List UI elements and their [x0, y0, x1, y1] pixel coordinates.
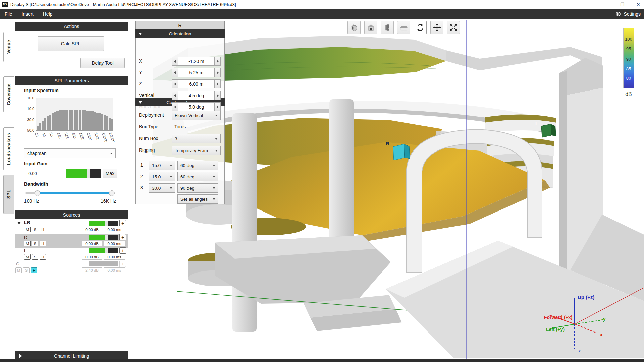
channel-limiting-label: Channel Limiting [54, 353, 89, 359]
splay-1-index: 1 [140, 162, 143, 168]
menu-file[interactable]: File [0, 9, 17, 19]
solo-button[interactable]: S [23, 267, 30, 273]
hide-button[interactable]: H [40, 241, 46, 246]
orient-x-value[interactable]: -1.20 m [178, 57, 214, 66]
legend-value: 85 [623, 66, 634, 71]
source-gain-field[interactable]: 0.00 dB [82, 227, 102, 232]
chevron-down-icon [213, 165, 215, 166]
solo-button[interactable]: S [32, 241, 38, 246]
add-channel-button[interactable]: + [119, 247, 126, 254]
view-front-button[interactable] [364, 21, 377, 34]
gain-value-input[interactable]: 0.00 [24, 169, 41, 178]
step-down-button[interactable] [172, 91, 178, 100]
orientation-body: X -1.20 m Y 5.25 m Z 6.00 m Vertical 4 [135, 38, 225, 98]
maximize-button[interactable]: ❐ [616, 0, 628, 9]
source-row-name[interactable]: LR [24, 220, 30, 225]
minimize-button[interactable]: – [599, 0, 610, 9]
splay-2-angle-dropdown[interactable]: 60 deg [177, 172, 218, 181]
orient-horizontal-value[interactable]: 5.0 deg [178, 102, 214, 111]
bandwidth-high-handle[interactable] [109, 190, 115, 196]
bandwidth-low-handle[interactable] [35, 190, 40, 196]
delay-tool-button[interactable]: Delay Tool [80, 58, 125, 68]
hide-button[interactable]: H [40, 254, 46, 260]
source-delay-field[interactable]: 0.00 ms [104, 254, 125, 260]
mute-button[interactable]: M [24, 241, 31, 246]
orient-z-value[interactable]: 6.00 m [178, 79, 214, 88]
display3-window: Up (+z) -z Forward (+x) -x Left (+y) -y … [0, 0, 644, 362]
axis-negz-label: -z [577, 348, 581, 353]
source-gain-field[interactable]: 0.00 dB [82, 254, 102, 260]
settings-button[interactable]: Settings [615, 9, 641, 19]
rigging-dropdown[interactable]: Temporary Fram... [172, 146, 221, 155]
view-side-button[interactable] [381, 21, 394, 34]
orient-y-value[interactable]: 5.25 m [178, 68, 214, 77]
source-row-name[interactable]: L [24, 248, 26, 253]
view-3d-button[interactable] [347, 21, 361, 34]
axis-negy-label: -y [601, 316, 606, 322]
orient-vertical-value[interactable]: 4.5 deg [178, 91, 214, 100]
step-down-button[interactable] [172, 57, 178, 66]
source-gain-field[interactable]: 2.40 dB [82, 267, 102, 273]
deployment-value: Flown Vertical [175, 113, 203, 118]
orient-z-label: Z [139, 81, 142, 86]
step-down-button[interactable] [172, 79, 178, 88]
set-all-angles-dropdown[interactable]: Set all angles [177, 194, 218, 204]
step-up-button[interactable] [214, 91, 221, 100]
add-channel-button[interactable]: + [119, 261, 126, 267]
zoom-extents-button[interactable] [447, 21, 460, 34]
hide-button[interactable]: H [40, 227, 46, 232]
num-box-dropdown[interactable]: 3 [172, 134, 221, 143]
orient-horizontal-stepper: 5.0 deg [172, 102, 221, 111]
pan-tool-button[interactable] [430, 21, 443, 34]
mute-button[interactable]: M [24, 227, 31, 232]
solo-button[interactable]: S [32, 254, 38, 260]
step-up-button[interactable] [214, 68, 221, 77]
splay-2-size-dropdown[interactable]: 15.0 [149, 172, 175, 181]
sidebar-tab-venue[interactable]: Venue [3, 32, 14, 62]
menu-help[interactable]: Help [38, 9, 57, 19]
splay-3-angle-dropdown[interactable]: 90 deg [177, 183, 218, 193]
gain-max-button[interactable]: Max [103, 169, 117, 178]
splay-2-index: 2 [140, 174, 143, 179]
calc-spl-button[interactable]: Calc SPL [38, 36, 104, 51]
expander-icon[interactable] [17, 222, 21, 224]
deployment-dropdown[interactable]: Flown Vertical [172, 111, 221, 120]
spectrum-xticks: 2040801603156301250250050001000020000 [36, 132, 113, 147]
sidebar-tab-loudspeakers[interactable]: Loudspeakers [3, 127, 14, 170]
source-row-name[interactable]: R [24, 235, 27, 240]
source-delay-field[interactable]: 0.00 ms [104, 241, 125, 246]
close-button[interactable]: ✕ [633, 0, 644, 9]
hide-button[interactable]: H [31, 267, 37, 273]
step-down-button[interactable] [172, 102, 178, 111]
num-box-label: Num Box [139, 136, 158, 141]
source-delay-field[interactable]: 0.00 ms [104, 267, 125, 273]
legend-value: 95 [623, 46, 634, 51]
step-up-button[interactable] [214, 102, 221, 111]
solo-button[interactable]: S [32, 227, 38, 232]
step-up-button[interactable] [214, 79, 221, 88]
divider [138, 158, 222, 158]
legend-value: 100 [623, 37, 634, 42]
splay-1-angle-dropdown[interactable]: 60 deg [177, 161, 218, 170]
rotate-tool-button[interactable] [414, 21, 427, 34]
sidebar-tab-coverage[interactable]: Coverage [3, 76, 14, 112]
step-up-button[interactable] [214, 57, 221, 66]
view-top-button[interactable] [397, 21, 410, 34]
source-row-name[interactable]: C [16, 261, 19, 266]
menu-insert[interactable]: Insert [17, 9, 38, 19]
orientation-header[interactable]: Orientation [135, 29, 225, 38]
mute-button[interactable]: M [24, 254, 31, 260]
mute-button[interactable]: M [15, 267, 22, 273]
arrow-left-icon [174, 94, 176, 97]
spectrum-preset-dropdown[interactable]: chapman [24, 148, 116, 158]
add-channel-button[interactable]: + [119, 234, 126, 240]
sidebar-tab-spl[interactable]: SPL [3, 175, 14, 214]
source-gain-field[interactable]: 0.00 dB [82, 241, 102, 246]
splay-3-size-dropdown[interactable]: 30.0 [149, 183, 175, 193]
source-delay-field[interactable]: 0.00 ms [104, 227, 125, 232]
window-bottom-edge [0, 359, 644, 362]
roof-top-icon [399, 23, 408, 32]
step-down-button[interactable] [172, 68, 178, 77]
splay-1-size-dropdown[interactable]: 15.0 [149, 161, 175, 170]
add-channel-button[interactable]: + [119, 220, 126, 226]
